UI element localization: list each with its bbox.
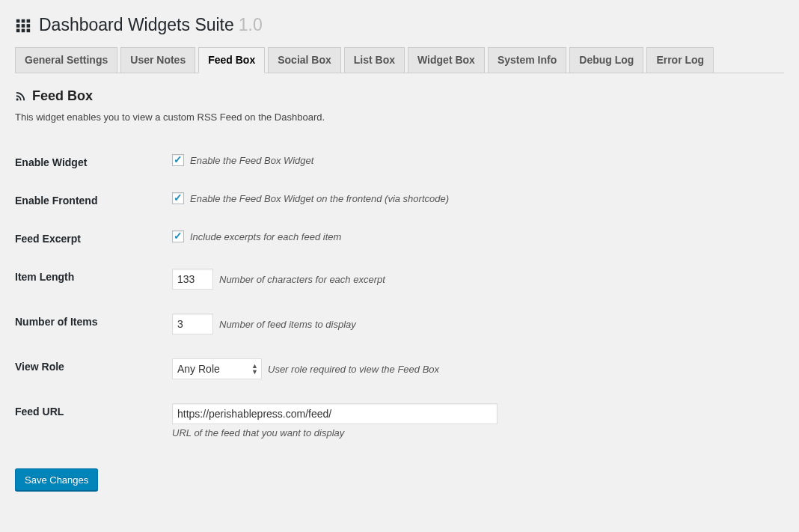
label-number-items: Number of Items [15,305,172,349]
tab-feed-box[interactable]: Feed Box [198,47,265,74]
save-changes-button[interactable]: Save Changes [15,468,98,491]
tab-general-settings[interactable]: General Settings [15,47,117,73]
label-feed-url: Feed URL [15,394,172,453]
svg-point-9 [16,99,19,101]
label-view-role: View Role [15,349,172,394]
svg-rect-5 [27,24,31,28]
number-items-desc: Number of feed items to display [219,319,356,330]
section-description: This widget enables you to view a custom… [15,111,784,123]
tab-list-box[interactable]: List Box [344,47,405,73]
feed-excerpt-checkbox[interactable] [172,230,184,242]
feed-url-desc: URL of the feed that you want to display [172,427,777,438]
svg-rect-6 [16,28,20,32]
svg-rect-3 [16,24,20,28]
view-role-select[interactable]: Any Role [173,359,261,379]
page-title: Dashboard Widgets Suite 1.0 [15,15,784,36]
feed-url-input[interactable] [172,403,498,424]
section-title-text: Feed Box [32,88,93,104]
tab-nav: General SettingsUser NotesFeed BoxSocial… [15,47,784,74]
tab-system-info[interactable]: System Info [488,47,566,73]
enable-widget-desc: Enable the Feed Box Widget [190,155,313,166]
label-enable-widget: Enable Widget [15,145,172,183]
enable-frontend-checkbox[interactable] [172,192,184,204]
enable-widget-checkbox[interactable] [172,154,184,166]
tab-debug-log[interactable]: Debug Log [569,47,643,73]
tab-widget-box[interactable]: Widget Box [408,47,485,73]
label-enable-frontend: Enable Frontend [15,183,172,221]
page-title-text: Dashboard Widgets Suite [39,15,234,36]
view-role-select-wrap[interactable]: Any Role ▲▼ [172,358,262,379]
grid-icon [15,17,31,34]
svg-rect-0 [16,19,20,23]
svg-rect-8 [27,28,31,32]
label-feed-excerpt: Feed Excerpt [15,221,172,260]
svg-rect-4 [22,24,25,28]
section-title: Feed Box [15,88,784,104]
tab-error-log[interactable]: Error Log [646,47,714,73]
label-item-length: Item Length [15,260,172,305]
svg-rect-2 [27,19,31,23]
svg-rect-1 [22,19,25,23]
tab-user-notes[interactable]: User Notes [120,47,195,73]
item-length-desc: Number of characters for each excerpt [219,274,385,285]
svg-rect-7 [22,28,25,32]
rss-icon [15,91,26,102]
tab-social-box[interactable]: Social Box [268,47,341,73]
view-role-desc: User role required to view the Feed Box [268,364,439,375]
page-version: 1.0 [239,15,263,36]
item-length-input[interactable] [172,269,213,290]
number-items-input[interactable] [172,314,213,334]
enable-frontend-desc: Enable the Feed Box Widget on the fronte… [190,193,449,204]
feed-excerpt-desc: Include excerpts for each feed item [190,231,341,242]
